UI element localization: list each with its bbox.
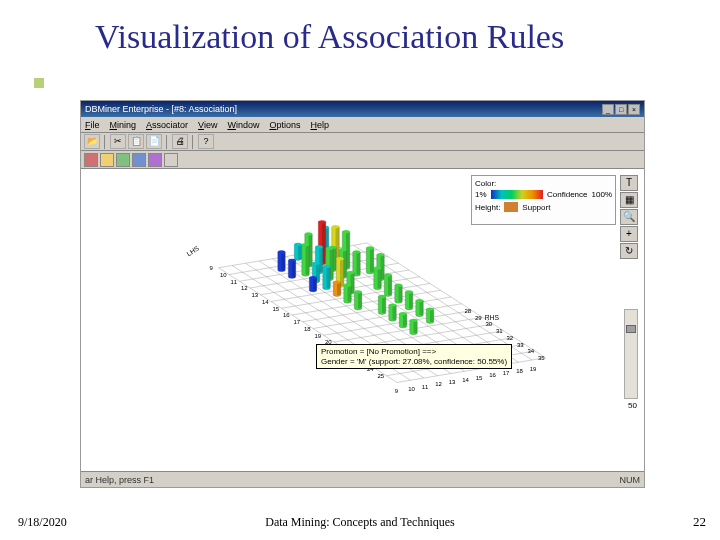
lhs-axis-label: LHS	[185, 244, 200, 257]
svg-text:12: 12	[435, 381, 442, 387]
slider-thumb[interactable]	[626, 325, 636, 333]
svg-point-40	[288, 259, 296, 262]
footer-date: 9/18/2020	[18, 515, 67, 530]
svg-text:10: 10	[408, 386, 415, 392]
tooltip: Promotion = [No Promotion] ==> Gender = …	[316, 344, 512, 369]
window-buttons: _ □ ×	[602, 104, 640, 115]
legend: Color: 1% Confidence 100% Height: Suppor…	[471, 175, 616, 225]
color-swatch-5[interactable]	[148, 153, 162, 167]
side-toolbar: T ▦ 🔍 + ↻	[620, 175, 640, 259]
print-icon[interactable]: 🖨	[172, 134, 188, 149]
maximize-button[interactable]: □	[615, 104, 627, 115]
svg-point-55	[395, 284, 403, 287]
svg-point-35	[278, 250, 286, 253]
titlebar[interactable]: DBMiner Enterprise - [#8: Association] _…	[81, 101, 644, 117]
legend-support-label: Support	[522, 203, 550, 212]
svg-text:11: 11	[231, 279, 238, 285]
svg-text:25: 25	[378, 373, 385, 379]
svg-point-61	[426, 307, 434, 310]
color-swatch-3[interactable]	[116, 153, 130, 167]
color-swatch-1[interactable]	[84, 153, 98, 167]
footer-center: Data Mining: Concepts and Techniques	[265, 515, 455, 530]
slide-title: Visualization of Association Rules	[95, 18, 564, 56]
minimize-button[interactable]: _	[602, 104, 614, 115]
tooltip-line1: Promotion = [No Promotion] ==>	[321, 347, 507, 357]
svg-point-63	[410, 319, 418, 322]
zoom-tool-icon[interactable]: 🔍	[620, 209, 638, 225]
svg-point-39	[302, 243, 310, 246]
svg-text:12: 12	[241, 285, 248, 291]
svg-point-51	[347, 271, 355, 274]
color-swatch-6[interactable]	[164, 153, 178, 167]
gradient-bar	[491, 190, 543, 199]
svg-point-47	[336, 257, 344, 260]
svg-point-59	[416, 299, 424, 302]
titlebar-text: DBMiner Enterprise - [#8: Association]	[85, 104, 602, 114]
svg-point-62	[399, 312, 407, 315]
svg-point-42	[353, 250, 361, 253]
menu-mining[interactable]: Mining	[110, 120, 137, 130]
svg-point-60	[389, 303, 397, 306]
menu-file[interactable]: File	[85, 120, 100, 130]
svg-point-41	[366, 246, 374, 249]
svg-point-53	[384, 273, 392, 276]
svg-text:10: 10	[220, 272, 227, 278]
status-num: NUM	[620, 475, 641, 485]
separator	[192, 135, 194, 149]
footer-page: 22	[693, 514, 706, 530]
svg-text:35: 35	[538, 355, 545, 361]
close-button[interactable]: ×	[628, 104, 640, 115]
svg-text:9: 9	[395, 388, 399, 394]
legend-height-label: Height:	[475, 203, 500, 212]
svg-text:33: 33	[517, 342, 524, 348]
copy-icon[interactable]: 📋	[128, 134, 144, 149]
legend-color-label: Color:	[475, 179, 496, 188]
plot-canvas[interactable]: Color: 1% Confidence 100% Height: Suppor…	[81, 169, 644, 471]
menu-view[interactable]: View	[198, 120, 217, 130]
menu-help[interactable]: Help	[310, 120, 329, 130]
svg-text:17: 17	[503, 370, 510, 376]
svg-point-52	[333, 280, 341, 283]
threshold-slider[interactable]: 50	[624, 309, 638, 399]
svg-point-56	[354, 290, 362, 293]
svg-text:18: 18	[304, 326, 311, 332]
legend-conf-high: 100%	[592, 190, 612, 199]
svg-point-36	[342, 230, 350, 233]
support-swatch	[504, 202, 518, 212]
open-icon[interactable]: 📂	[84, 134, 100, 149]
svg-point-32	[332, 225, 340, 228]
svg-text:15: 15	[273, 306, 280, 312]
svg-point-54	[344, 284, 352, 287]
svg-text:14: 14	[462, 377, 469, 383]
svg-text:15: 15	[476, 375, 483, 381]
rhs-axis-label: RHS	[485, 314, 500, 321]
rotate-tool-icon[interactable]: ↻	[620, 243, 638, 259]
color-swatch-2[interactable]	[100, 153, 114, 167]
svg-point-44	[326, 247, 334, 250]
svg-text:16: 16	[489, 372, 496, 378]
plus-tool-icon[interactable]: +	[620, 226, 638, 242]
svg-text:30: 30	[486, 321, 493, 327]
app-window: DBMiner Enterprise - [#8: Association] _…	[80, 100, 645, 488]
menu-associator[interactable]: Associator	[146, 120, 188, 130]
svg-text:16: 16	[283, 312, 290, 318]
svg-text:18: 18	[516, 368, 523, 374]
svg-text:11: 11	[422, 384, 429, 390]
svg-point-58	[378, 295, 386, 298]
svg-text:13: 13	[449, 379, 456, 385]
grid-tool-icon[interactable]: ▦	[620, 192, 638, 208]
color-swatch-4[interactable]	[132, 153, 146, 167]
svg-text:31: 31	[496, 328, 503, 334]
toolbar-colors	[81, 151, 644, 169]
svg-text:9: 9	[210, 265, 214, 271]
menu-options[interactable]: Options	[269, 120, 300, 130]
paste-icon[interactable]: 📄	[146, 134, 162, 149]
menu-window[interactable]: Window	[227, 120, 259, 130]
text-tool-icon[interactable]: T	[620, 175, 638, 191]
svg-point-48	[323, 265, 331, 268]
help-icon[interactable]: ?	[198, 134, 214, 149]
svg-text:14: 14	[262, 299, 269, 305]
plot-3d: LHS RHS 91011121314151617181920212223242…	[141, 234, 551, 429]
cut-icon[interactable]: ✂	[110, 134, 126, 149]
bullet-square	[34, 78, 44, 88]
